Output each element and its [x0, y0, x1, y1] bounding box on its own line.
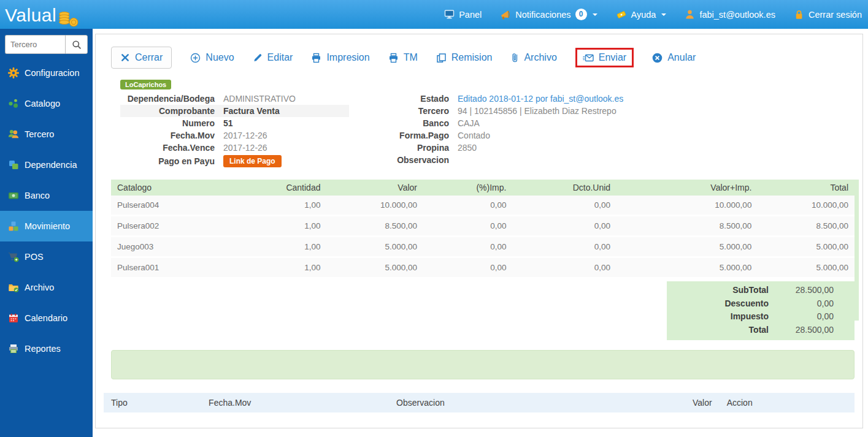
- cell: 5.000,00: [758, 237, 855, 257]
- document-details: LoCaprichos: [120, 78, 855, 93]
- sidebar-item-catalogo[interactable]: Catalogo: [0, 88, 93, 119]
- nav-panel[interactable]: Panel: [444, 9, 482, 20]
- search-button[interactable]: [65, 35, 88, 54]
- cell: 5.000,00: [616, 257, 758, 278]
- col-imp[interactable]: (%)Imp.: [423, 180, 512, 196]
- details-columns: Dependencia/Bodega ADMINISTRATIVO Compro…: [120, 93, 855, 169]
- field-observacion: Observacion: [349, 154, 693, 166]
- summary-value: 0,00: [777, 297, 855, 311]
- cell: 5.000,00: [326, 257, 423, 278]
- anular-label: Anular: [667, 52, 696, 63]
- col-observacion[interactable]: Observacion: [389, 393, 659, 412]
- printer-icon: [388, 53, 399, 63]
- col-valor[interactable]: Valor: [326, 180, 423, 196]
- col-dcto-unid[interactable]: Dcto.Unid: [512, 180, 616, 196]
- money-icon: [8, 190, 19, 201]
- folder-icon: [8, 282, 19, 293]
- cell: 0,00: [512, 237, 616, 257]
- sidebar-item-reportes[interactable]: Reportes: [0, 333, 93, 364]
- gear-icon: [8, 67, 19, 78]
- impresion-button[interactable]: Impresion: [311, 52, 369, 63]
- table-row[interactable]: Pulsera002 1,00 8.500,00 0,00 0,00 8.500…: [111, 216, 855, 237]
- cell: Juego003: [111, 237, 215, 257]
- enviar-highlight-box: Enviar: [575, 48, 634, 67]
- items-table-wrap: Catalogo Cantidad Valor (%)Imp. Dcto.Uni…: [111, 180, 855, 340]
- archivo-button[interactable]: Archivo: [510, 52, 556, 63]
- col-valor[interactable]: Valor: [659, 393, 720, 412]
- col-accion[interactable]: Accion: [720, 393, 855, 412]
- sidebar-item-label: Movimiento: [25, 221, 70, 231]
- summary-value: 0,00: [777, 310, 855, 324]
- nav-logout[interactable]: Cerrar sesión: [794, 9, 862, 20]
- anular-button[interactable]: Anular: [652, 52, 696, 63]
- sidebar-item-pos[interactable]: POS: [0, 241, 93, 272]
- field-label: Pago en Payu: [120, 155, 223, 167]
- blocks-icon: [8, 221, 19, 232]
- nav-user-account[interactable]: fabi_st@outlook.es: [685, 9, 775, 20]
- nav-notifications-label: Notificaciones: [515, 10, 570, 20]
- table-row[interactable]: Pulsera004 1,00 10.000,00 0,00 0,00 10.0…: [111, 196, 855, 216]
- col-catalogo[interactable]: Catalogo: [111, 180, 215, 196]
- calendar-icon: [8, 313, 19, 324]
- col-tipo[interactable]: Tipo: [104, 393, 201, 412]
- summary-label: Descuento: [667, 297, 777, 311]
- sidebar-item-dependencia[interactable]: Dependencia: [0, 150, 93, 180]
- field-pago-payu: Pago en Payu Link de Pago: [120, 154, 349, 169]
- table-row[interactable]: Juego003 1,00 5.000,00 0,00 0,00 5.000,0…: [111, 237, 855, 257]
- link-de-pago-button[interactable]: Link de Pago: [223, 155, 282, 167]
- remision-button[interactable]: Remision: [436, 52, 493, 63]
- field-value: 94 | 102145856 | Elizabeth Diaz Restrepo: [458, 105, 616, 117]
- col-fecha-mov[interactable]: Fecha.Mov: [201, 393, 389, 412]
- app-window: Valual Panel: [0, 0, 868, 437]
- col-valor-imp[interactable]: Valor+Imp.: [616, 180, 758, 196]
- cell: 10.000,00: [326, 196, 423, 216]
- top-header: Valual Panel: [0, 0, 868, 29]
- send-icon: [583, 53, 594, 63]
- cell: 10.000,00: [616, 196, 758, 216]
- field-value: Contado: [458, 129, 490, 142]
- app-logo[interactable]: Valual: [0, 2, 80, 28]
- sidebar-item-banco[interactable]: Banco: [0, 180, 93, 211]
- sidebar: Configuracion Catalogo Tercero: [0, 29, 93, 437]
- summary-total: Total 28.500,00: [667, 324, 855, 337]
- search-input[interactable]: [5, 35, 65, 54]
- sidebar-item-movimiento[interactable]: Movimiento: [0, 211, 93, 241]
- sidebar-search: [5, 35, 88, 54]
- field-label: Banco: [349, 117, 458, 129]
- items-table: Catalogo Cantidad Valor (%)Imp. Dcto.Uni…: [111, 180, 855, 279]
- enviar-button[interactable]: Enviar: [583, 52, 626, 63]
- tm-button[interactable]: TM: [388, 52, 418, 63]
- nuevo-button[interactable]: Nuevo: [190, 52, 234, 63]
- printer-icon: [8, 343, 19, 354]
- cell: 5.000,00: [326, 237, 423, 257]
- field-numero: Numero 51: [120, 117, 349, 129]
- summary-value: 28.500,00: [777, 324, 855, 337]
- field-value: 2017-12-26: [223, 129, 267, 142]
- cell: 10.000,00: [758, 196, 855, 216]
- col-cantidad[interactable]: Cantidad: [215, 180, 327, 196]
- cell: 5.000,00: [616, 237, 758, 257]
- nav-panel-label: Panel: [459, 10, 482, 20]
- sidebar-item-configuracion[interactable]: Configuracion: [0, 58, 93, 88]
- cerrar-button[interactable]: Cerrar: [111, 47, 172, 69]
- sidebar-item-calendario[interactable]: Calendario: [0, 303, 93, 333]
- sidebar-item-archivo[interactable]: Archivo: [0, 272, 93, 303]
- field-label: Tercero: [349, 105, 458, 117]
- field-label: Fecha.Vence: [120, 142, 223, 154]
- cancel-circle-icon: [652, 53, 663, 63]
- field-comprobante: Comprobante Factura Venta: [120, 105, 349, 117]
- sidebar-item-tercero[interactable]: Tercero: [0, 119, 93, 150]
- nav-help[interactable]: Ayuda: [616, 9, 667, 20]
- editar-button[interactable]: Editar: [253, 52, 293, 63]
- summary-label: Impuesto: [667, 310, 777, 324]
- sidebar-item-label: POS: [25, 252, 44, 262]
- field-label: Fecha.Mov: [120, 129, 223, 142]
- field-estado: Estado Editado 2018-01-12 por fabi_st@ou…: [349, 93, 693, 105]
- editar-label: Editar: [267, 52, 293, 63]
- estado-link[interactable]: Editado 2018-01-12 por fabi_st@outlook.e…: [458, 93, 623, 105]
- table-row[interactable]: Pulsera001 1,00 5.000,00 0,00 0,00 5.000…: [111, 257, 855, 278]
- sidebar-item-label: Tercero: [25, 129, 54, 139]
- col-total[interactable]: Total: [758, 180, 855, 196]
- nav-notifications[interactable]: Notificaciones 0: [500, 9, 597, 20]
- plus-circle-icon: [190, 53, 201, 63]
